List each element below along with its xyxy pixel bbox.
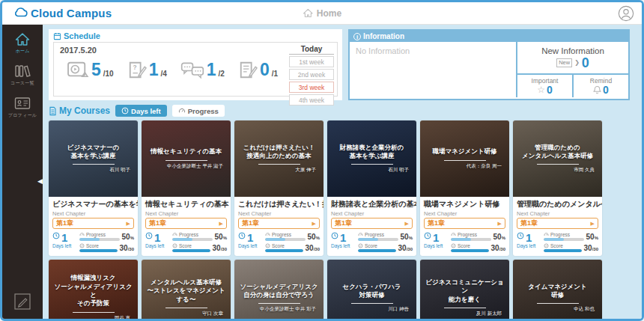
new-badge: New xyxy=(556,58,572,67)
app-logo[interactable]: Cloud Campus xyxy=(13,6,112,20)
progress-bar xyxy=(544,238,564,241)
tab-days-left[interactable]: Days left xyxy=(115,105,167,117)
score-value: 30 xyxy=(398,244,407,252)
score-value: 30 xyxy=(120,244,128,252)
information-title: Information xyxy=(363,32,404,40)
course-card[interactable]: メンタルヘルス基本研修 〜ストレスをマネジメントする〜 守口 次章 メンタルヘル… xyxy=(142,260,231,319)
my-courses-header: My Courses xyxy=(49,106,110,116)
course-thumbnail[interactable]: セクハラ・パワハラ 対策研修 川口 紳吾 xyxy=(327,260,416,319)
progress-unit: % xyxy=(595,236,598,240)
progress-label: Progress xyxy=(86,232,106,237)
progress-bar xyxy=(172,238,192,241)
course-card[interactable]: 情報漏洩リスク ソーシャルメディアリスクと その予防策 岡谷 真 情報漏洩リスク… xyxy=(49,260,138,319)
user-account-icon[interactable] xyxy=(618,5,634,22)
thumbnail-title: これだけは押さえたい！ 接遇向上のための基本 xyxy=(243,144,315,161)
chapter-label: 第1章 xyxy=(242,218,259,228)
chapter-button[interactable]: 第1章 ▶ xyxy=(424,218,505,229)
course-card[interactable]: ビジネスコミュニケーション 能力を磨く 及川 新太郎 ビジネスコミュニケーショ.… xyxy=(420,260,509,319)
progress-value: 50 xyxy=(122,233,130,241)
thumbnail-divider xyxy=(258,164,300,165)
course-card[interactable]: ソーシャルメディアリスク 自分の身は自分で守ろう 中小企業診断士 中井 彩子 ソ… xyxy=(234,260,323,319)
home-icon xyxy=(303,8,314,18)
course-title: 財務諸表と企業分析の基本... xyxy=(327,197,416,210)
course-thumbnail[interactable]: 財務諸表と企業分析の 基本を学ぶ講座 石川 明子 xyxy=(327,120,416,197)
logo-text: Cloud Campus xyxy=(31,7,112,19)
progress-label: Progress xyxy=(458,232,477,237)
chapter-label: 第1章 xyxy=(520,218,538,228)
chapter-button[interactable]: 第1章 ▶ xyxy=(331,218,413,229)
profile-card-icon xyxy=(13,96,31,111)
sidebar-item-home[interactable]: ホーム xyxy=(14,32,31,55)
gauge-icon xyxy=(265,232,270,237)
score-row: Score 30/30 xyxy=(358,243,413,252)
week-button-3[interactable]: 3rd week xyxy=(289,82,334,93)
course-thumbnail[interactable]: 管理職のための メンタルヘルス基本研修 市岡 久典 xyxy=(513,120,602,197)
gauge-icon xyxy=(451,232,456,237)
remind-block[interactable]: Remind 0 xyxy=(572,75,628,97)
quiz-count: 1 xyxy=(149,61,159,79)
sidebar-collapse-arrow[interactable]: ◀ xyxy=(37,178,43,185)
course-thumbnail[interactable]: ビジネスマナーの 基本を学ぶ講座 石川 明子 xyxy=(49,120,138,197)
progress-unit: % xyxy=(409,236,413,240)
sidebar-item-profile[interactable]: プロフィール xyxy=(8,96,37,119)
score-label: Score xyxy=(272,243,285,248)
progress-unit: % xyxy=(316,236,320,240)
chapter-button[interactable]: 第1章 ▶ xyxy=(517,218,598,229)
course-thumbnail[interactable]: 職場マネジメント研修 代表：奈良 周一 xyxy=(420,120,509,197)
play-arrow-icon: ▶ xyxy=(127,221,130,227)
course-thumbnail[interactable]: タイムマネジメント 研修 中込 和也 xyxy=(513,260,602,319)
course-thumbnail[interactable]: これだけは押さえたい！ 接遇向上のための基本 大原 伸子 xyxy=(234,120,323,197)
course-card[interactable]: 情報セキュリティの基本 中小企業診断士 平井 淑子 情報セキュリティの基本 Ne… xyxy=(142,120,231,256)
week-button-4[interactable]: 4th week xyxy=(289,94,334,106)
course-thumbnail[interactable]: 情報漏洩リスク ソーシャルメディアリスクと その予防策 岡谷 真 xyxy=(49,260,138,319)
score-row: Score 30/30 xyxy=(172,243,227,252)
score-bar xyxy=(265,249,303,252)
thumbnail-divider xyxy=(165,308,207,308)
svg-text:?: ? xyxy=(133,64,136,71)
information-panel: i Information No Information New Informa… xyxy=(348,29,630,100)
course-card[interactable]: タイムマネジメント 研修 中込 和也 タイムマネジメント研修 Next Chap… xyxy=(513,260,602,319)
course-thumbnail[interactable]: ソーシャルメディアリスク 自分の身は自分で守ろう 中小企業診断士 中井 彩子 xyxy=(234,260,323,319)
course-card[interactable]: ビジネスマナーの 基本を学ぶ講座 石川 明子 ビジネスマナーの基本を学... N… xyxy=(49,120,138,256)
progress-unit: % xyxy=(130,236,134,240)
score-value: 30 xyxy=(491,244,499,252)
course-stats: 1 Days left Progress 50% xyxy=(234,231,323,256)
sidebar: ホーム コース一覧 プロフィール ◀ xyxy=(2,25,43,319)
course-card[interactable]: 職場マネジメント研修 代表：奈良 周一 職場マネジメント研修 Next Chap… xyxy=(420,120,509,256)
course-card[interactable]: これだけは押さえたい！ 接遇向上のための基本 大原 伸子 これだけは押さえたい！… xyxy=(234,120,323,256)
progress-bar xyxy=(79,238,100,241)
score-bar xyxy=(451,249,489,252)
course-card[interactable]: セクハラ・パワハラ 対策研修 川口 紳吾 セクハラ・パワハラ対策研修 Next … xyxy=(327,260,416,319)
week-button-2[interactable]: 2nd week xyxy=(289,69,334,80)
sidebar-item-courses[interactable]: コース一覧 xyxy=(10,64,34,87)
gauge-icon xyxy=(544,232,549,237)
chapter-button[interactable]: 第1章 ▶ xyxy=(145,218,227,229)
course-thumbnail[interactable]: ビジネスコミュニケーション 能力を磨く 及川 新太郎 xyxy=(420,260,509,319)
information-counts: New Information New ❯ 0 Important xyxy=(516,42,628,97)
schedule-date: 2017.5.20 xyxy=(60,46,285,55)
schedule-stats: 5 /10 ? 1 /4 xyxy=(60,61,285,79)
score-unit: /30 xyxy=(221,247,227,251)
report-count: 0 xyxy=(260,61,270,79)
thumbnail-title: 情報セキュリティの基本 xyxy=(151,147,222,156)
new-information-block[interactable]: New Information New ❯ 0 xyxy=(517,42,628,73)
tab-progress[interactable]: Progress xyxy=(172,105,225,117)
nav-home[interactable]: Home xyxy=(303,8,341,19)
course-thumbnail[interactable]: メンタルヘルス基本研修 〜ストレスをマネジメントする〜 守口 次章 xyxy=(142,260,231,319)
chapter-button[interactable]: 第1章 ▶ xyxy=(52,218,134,229)
course-card[interactable]: 財務諸表と企業分析の 基本を学ぶ講座 石川 明子 財務諸表と企業分析の基本...… xyxy=(327,120,416,256)
course-card[interactable]: 管理職のための メンタルヘルス基本研修 市岡 久典 管理職のためのメンタルヘ..… xyxy=(513,120,602,256)
progress-row: Progress 50% xyxy=(79,232,134,241)
course-grid-row-1: ビジネスマナーの 基本を学ぶ講座 石川 明子 ビジネスマナーの基本を学... N… xyxy=(49,120,636,256)
clock-icon xyxy=(517,232,524,239)
week-button-1[interactable]: 1st week xyxy=(289,56,334,67)
chapter-button[interactable]: 第1章 ▶ xyxy=(238,218,320,229)
video-total: /10 xyxy=(103,70,114,78)
edit-pencil-icon[interactable] xyxy=(14,293,31,310)
important-block[interactable]: Important ☆ 0 xyxy=(517,75,572,97)
thumbnail-title: ビジネスコミュニケーション 能力を磨く xyxy=(423,278,506,304)
course-thumbnail[interactable]: 情報セキュリティの基本 中小企業診断士 平井 淑子 xyxy=(142,120,231,197)
clock-icon xyxy=(424,232,431,239)
thumbnail-instructor: 及川 新太郎 xyxy=(476,311,502,317)
progress-row: Progress 50% xyxy=(265,232,320,241)
